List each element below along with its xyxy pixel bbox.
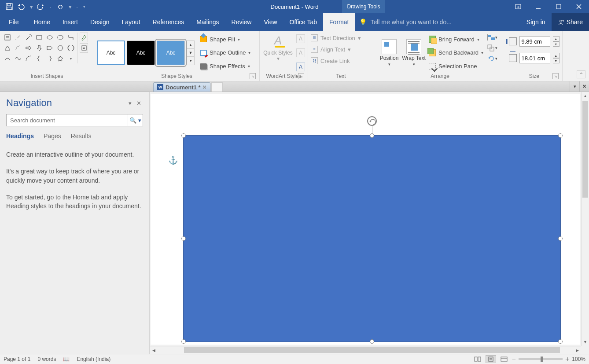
shape-effects-button[interactable]: Shape Effects	[198, 61, 252, 72]
signin-button[interactable]: Sign in	[520, 13, 552, 31]
shape-arrow-line-icon[interactable]	[24, 33, 33, 42]
wordart-launcher[interactable]: ↘	[298, 73, 304, 79]
handle-bc[interactable]	[370, 339, 374, 344]
shapes-gallery[interactable]: ▾	[3, 33, 76, 63]
zoom-level[interactable]: 100%	[572, 356, 585, 362]
navigation-search-input[interactable]	[7, 114, 128, 126]
tab-home[interactable]: Home	[28, 13, 56, 31]
shape-height-input[interactable]	[519, 36, 550, 47]
tab-insert[interactable]: Insert	[56, 13, 84, 31]
print-layout-button[interactable]	[486, 355, 496, 363]
nav-tab-results[interactable]: Results	[71, 132, 92, 140]
vscroll-up[interactable]: ▲	[582, 92, 589, 100]
read-mode-button[interactable]	[472, 355, 483, 363]
zoom-in-button[interactable]: +	[565, 355, 569, 363]
rotate-button[interactable]: ▾	[487, 54, 497, 63]
collapse-ribbon-button[interactable]: ⌃	[577, 70, 585, 78]
shape-double-brace-icon[interactable]	[66, 43, 76, 53]
undo-dropdown[interactable]: ▾	[28, 4, 34, 10]
omega-button[interactable]: Ω	[55, 1, 66, 12]
zoom-out-button[interactable]: −	[512, 355, 516, 363]
wrap-text-button[interactable]: Wrap Text▾	[401, 33, 426, 73]
tab-mailings[interactable]: Mailings	[190, 13, 225, 31]
draw-textbox-button[interactable]: A	[80, 43, 88, 53]
shape-style-gallery[interactable]: Abc Abc Abc ▲ ▼ ▾	[97, 33, 195, 73]
navigation-search-button[interactable]: 🔍 ▾	[128, 114, 143, 126]
shape-right-arrow-icon[interactable]	[24, 43, 33, 53]
edit-shape-button[interactable]	[80, 33, 88, 42]
group-button[interactable]: ▾	[487, 43, 497, 53]
shape-hexagon-icon[interactable]	[55, 43, 65, 53]
shape-left-brace-icon[interactable]	[34, 54, 44, 63]
tab-design[interactable]: Design	[84, 13, 116, 31]
handle-tl[interactable]	[181, 133, 186, 138]
selected-rectangle-shape[interactable]	[183, 135, 561, 342]
style-thumb-1[interactable]: Abc	[97, 40, 125, 65]
size-launcher[interactable]: ↘	[552, 73, 559, 79]
handle-tc[interactable]	[370, 133, 374, 138]
document-tab[interactable]: W Document1 * ×	[153, 82, 210, 92]
status-words[interactable]: 0 words	[37, 356, 56, 362]
shape-styles-launcher[interactable]: ↘	[250, 73, 256, 79]
height-down[interactable]: ▼	[553, 41, 560, 47]
height-up[interactable]: ▲	[553, 36, 560, 41]
zoom-thumb[interactable]	[541, 357, 543, 362]
shape-rounded-rect-icon[interactable]	[55, 33, 65, 42]
shape-flowchart-arrow-icon[interactable]	[45, 43, 55, 53]
vertical-scrollbar[interactable]: ▲ ▼	[581, 92, 589, 346]
close-button[interactable]	[569, 0, 589, 13]
shape-right-brace-icon[interactable]	[45, 54, 55, 63]
new-tab-button[interactable]	[211, 82, 223, 92]
shapes-more-icon[interactable]: ▾	[66, 54, 76, 63]
handle-mr[interactable]	[558, 236, 563, 241]
handle-tr[interactable]	[558, 133, 563, 138]
nav-tab-pages[interactable]: Pages	[44, 132, 61, 140]
gallery-expand-button[interactable]: ▾	[187, 57, 194, 65]
web-layout-button[interactable]	[499, 355, 509, 363]
style-thumb-2[interactable]: Abc	[127, 40, 155, 65]
shape-width-input[interactable]	[519, 53, 550, 63]
width-down[interactable]: ▼	[553, 58, 560, 63]
tabs-close-all[interactable]: ✕	[579, 81, 589, 92]
navigation-search[interactable]: 🔍 ▾	[6, 114, 143, 126]
omega-dropdown[interactable]: ▾	[67, 4, 73, 10]
vscroll-down[interactable]: ▼	[582, 338, 589, 346]
ribbon-display-options[interactable]	[508, 0, 528, 13]
position-button[interactable]: Position▾	[377, 33, 401, 73]
gallery-up-button[interactable]: ▲	[187, 41, 194, 49]
save-button[interactable]	[4, 1, 15, 12]
document-tab-close[interactable]: ×	[202, 84, 206, 91]
shape-fill-button[interactable]: Shape Fill	[198, 33, 252, 45]
tab-format[interactable]: Format	[323, 13, 355, 31]
shape-down-arrow-icon[interactable]	[34, 43, 44, 53]
handle-ml[interactable]	[181, 236, 186, 241]
tab-review[interactable]: Review	[225, 13, 258, 31]
hscroll-thumb[interactable]	[184, 347, 560, 353]
shape-textbox-icon[interactable]	[3, 33, 12, 42]
shape-curve-icon[interactable]	[24, 54, 33, 63]
tab-references[interactable]: References	[147, 13, 191, 31]
status-proofing-icon[interactable]: 📖	[63, 356, 70, 362]
selection-pane-button[interactable]: Selection Pane	[429, 61, 483, 72]
style-thumb-3[interactable]: Abc	[157, 40, 185, 65]
tab-view[interactable]: View	[258, 13, 283, 31]
send-backward-button[interactable]: Send Backward	[429, 48, 483, 58]
shape-arc-icon[interactable]	[13, 43, 23, 53]
tabs-dropdown[interactable]: ▾	[570, 81, 579, 92]
shape-line-icon[interactable]	[13, 33, 23, 42]
horizontal-scrollbar[interactable]: ◀ ▶	[150, 346, 581, 354]
navigation-close[interactable]: ✕	[134, 100, 143, 107]
rotate-handle[interactable]	[367, 116, 377, 126]
shape-curved-connector-icon[interactable]	[3, 54, 12, 63]
undo-button[interactable]	[16, 1, 27, 12]
drawing-tools-tab[interactable]: Drawing Tools	[342, 0, 385, 13]
nav-tab-headings[interactable]: Headings	[6, 132, 34, 140]
status-language[interactable]: English (India)	[77, 356, 110, 362]
width-up[interactable]: ▲	[553, 53, 560, 58]
qat-customize[interactable]: ▾	[81, 4, 87, 9]
handle-bl[interactable]	[181, 339, 186, 344]
navigation-dropdown[interactable]: ▾	[125, 100, 134, 107]
tab-file[interactable]: File	[0, 13, 28, 31]
minimize-button[interactable]	[528, 0, 549, 13]
maximize-button[interactable]	[549, 0, 569, 13]
